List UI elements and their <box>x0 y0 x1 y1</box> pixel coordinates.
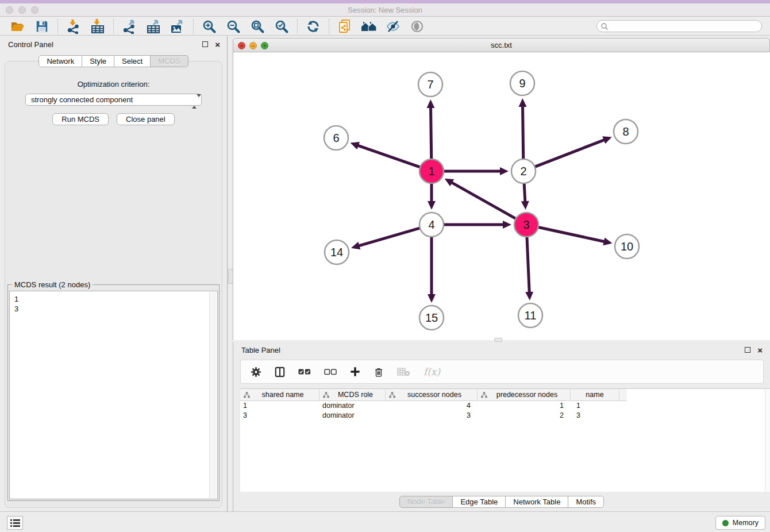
graph-edge-4-14[interactable] <box>358 228 421 246</box>
home-button[interactable] <box>360 18 378 34</box>
window-title: Session: New Session <box>0 3 770 17</box>
column-header-predecessor-nodes[interactable]: predecessor nodes <box>478 389 571 400</box>
homes-icon <box>361 20 377 33</box>
toolbar-separator <box>57 19 58 34</box>
table-scrollbar[interactable] <box>765 389 770 492</box>
table-panel: Table Panel × <box>233 342 770 511</box>
network-close-button[interactable]: × <box>238 42 245 49</box>
horizontal-splitter-handle[interactable] <box>494 338 502 342</box>
search-input[interactable] <box>596 20 762 32</box>
tab-node-table[interactable]: Node Table <box>399 496 453 508</box>
save-icon <box>35 20 49 33</box>
column-header-name[interactable]: name <box>571 389 619 400</box>
float-table-panel-button[interactable] <box>745 347 750 353</box>
memory-status-icon <box>722 520 729 526</box>
cell-name: 1 <box>571 401 619 411</box>
network-minimize-button[interactable]: − <box>249 42 257 49</box>
graph-node-label-14: 14 <box>330 246 343 259</box>
unselect-all-columns-button[interactable] <box>324 368 337 375</box>
graph-node-label-2: 2 <box>520 165 526 178</box>
open-folder-icon <box>10 20 25 33</box>
graph-edge-2-8[interactable] <box>534 140 605 167</box>
create-column-button[interactable] <box>350 367 360 377</box>
tab-motifs[interactable]: Motifs <box>568 496 604 508</box>
window-close-button[interactable] <box>6 6 13 14</box>
zoom-selected-button[interactable] <box>273 18 290 34</box>
graph-edge-3-11[interactable] <box>527 236 529 293</box>
tab-style[interactable]: Style <box>82 55 114 67</box>
network-from-file-button[interactable] <box>336 18 353 34</box>
save-session-button[interactable] <box>33 18 51 34</box>
export-table-icon <box>146 19 161 34</box>
cell-predecessor-nodes: 1 <box>478 401 571 411</box>
table-row[interactable]: 3 dominator 3 2 3 <box>240 411 627 421</box>
trash-icon <box>374 367 384 377</box>
hide-graphics-details-button[interactable] <box>384 18 402 34</box>
memory-label: Memory <box>733 519 759 527</box>
control-panel-header: Control Panel × <box>0 36 227 53</box>
graph-edge-arrowhead <box>427 99 435 108</box>
delete-table-button[interactable] <box>397 367 410 376</box>
zoom-in-button[interactable] <box>201 18 218 34</box>
cell-predecessor-nodes: 2 <box>478 411 571 421</box>
apply-layout-button[interactable] <box>305 18 322 34</box>
zoom-fit-icon <box>250 19 265 34</box>
main-titlebar: Session: New Session <box>0 3 770 17</box>
memory-button[interactable]: Memory <box>715 516 765 530</box>
zoom-selected-icon <box>274 19 289 34</box>
window-zoom-button[interactable] <box>31 6 38 14</box>
criterion-select[interactable]: strongly connected component <box>25 94 202 106</box>
graph-node-label-9: 9 <box>519 77 525 90</box>
graph-edge-3-10[interactable] <box>537 227 605 242</box>
open-session-button[interactable] <box>9 18 26 34</box>
result-scrollbar[interactable] <box>209 292 217 498</box>
import-table-button[interactable] <box>89 18 106 34</box>
unchecked-boxes-icon <box>324 368 337 375</box>
column-header-mcds-role[interactable]: MCDS role <box>319 389 386 400</box>
tab-edge-table[interactable]: Edge Table <box>453 496 506 508</box>
network-maximize-button[interactable]: + <box>261 42 268 49</box>
export-table-button[interactable] <box>145 18 162 34</box>
select-all-columns-button[interactable] <box>298 368 311 375</box>
close-table-panel-button[interactable]: × <box>757 345 763 356</box>
zoom-out-button[interactable] <box>225 18 242 34</box>
float-panel-button[interactable] <box>202 41 208 47</box>
network-canvas[interactable]: 1234678910111415 <box>233 52 770 340</box>
close-panel-button-mcds[interactable]: Close panel <box>117 113 175 125</box>
function-builder-button[interactable]: f(x) <box>424 366 440 377</box>
graph-edge-1-6[interactable] <box>357 145 421 168</box>
network-view-window: × − + scc.txt 1234678910111415 <box>233 38 770 340</box>
plus-icon <box>350 367 360 377</box>
tab-mcds[interactable]: MCDS <box>151 55 188 67</box>
zoom-fit-button[interactable] <box>249 18 266 34</box>
run-mcds-button[interactable]: Run MCDS <box>52 113 109 125</box>
task-history-button[interactable] <box>7 516 23 530</box>
tab-network-table[interactable]: Network Table <box>506 496 568 508</box>
column-header-shared-name[interactable]: shared name <box>240 389 319 400</box>
select-stepper-icon <box>192 96 197 107</box>
tab-network[interactable]: Network <box>38 55 82 67</box>
show-columns-button[interactable] <box>275 367 285 377</box>
graph-edge-3-1[interactable] <box>451 182 517 219</box>
import-network-button[interactable] <box>65 18 82 34</box>
graph-edge-2-9[interactable] <box>523 106 523 160</box>
graph-edge-2-3[interactable] <box>524 182 525 202</box>
graph-edge-1-7[interactable] <box>431 107 432 160</box>
table-row[interactable]: 1 dominator 4 1 1 <box>240 401 627 411</box>
export-network-button[interactable] <box>121 18 138 34</box>
eye-slash-icon <box>386 20 401 33</box>
table-settings-button[interactable] <box>251 367 261 377</box>
export-network-icon <box>122 19 137 34</box>
table-panel-header: Table Panel × <box>233 342 770 359</box>
window-minimize-button[interactable] <box>18 6 26 14</box>
control-panel-title: Control Panel <box>8 40 53 49</box>
export-image-button[interactable] <box>169 18 186 34</box>
column-header-successor-nodes[interactable]: successor nodes <box>386 389 478 400</box>
cell-shared-name: 1 <box>240 401 319 411</box>
import-table-icon <box>90 19 105 34</box>
close-panel-button[interactable]: × <box>215 39 220 51</box>
delete-columns-button[interactable] <box>374 367 384 377</box>
show-graphics-details-button[interactable] <box>409 18 426 34</box>
mcds-result-area[interactable]: 1 3 <box>9 291 218 499</box>
tab-select[interactable]: Select <box>114 55 151 67</box>
